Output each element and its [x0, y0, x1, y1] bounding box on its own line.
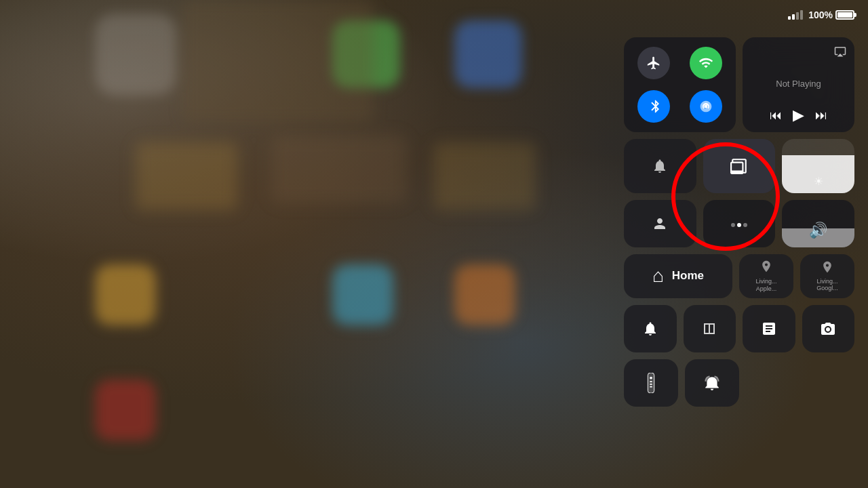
- svg-rect-4: [650, 381, 652, 382]
- airdrop-button[interactable]: [690, 90, 722, 123]
- media-panel: Not Playing ⏮ ▶ ⏭: [743, 37, 854, 132]
- signal-bar-1: [788, 16, 791, 20]
- wifi-button[interactable]: [690, 47, 722, 79]
- control-center: Not Playing ⏮ ▶ ⏭ ☀: [624, 37, 854, 413]
- living-google-label: Living...Googl...: [816, 278, 838, 293]
- svg-rect-6: [650, 386, 652, 387]
- dot-2: [737, 223, 741, 227]
- home-button[interactable]: ⌂ Home: [624, 254, 732, 298]
- dot-3: [743, 223, 747, 227]
- airplay-button[interactable]: [834, 45, 846, 60]
- dot-row: [731, 223, 747, 227]
- svg-rect-2: [648, 373, 654, 393]
- not-playing-label: Not Playing: [751, 79, 846, 89]
- splitview-button[interactable]: [684, 305, 736, 352]
- remote-button[interactable]: [624, 359, 678, 407]
- home-label: Home: [672, 269, 704, 283]
- brightness-icon: ☀: [814, 175, 823, 188]
- rewind-button[interactable]: ⏮: [770, 108, 782, 123]
- battery-fill: [837, 12, 852, 18]
- alarm-button[interactable]: [685, 359, 739, 407]
- camera-button[interactable]: [802, 305, 855, 352]
- airplane-mode-button[interactable]: [637, 47, 670, 79]
- living-apple-shortcut[interactable]: Living...Apple...: [739, 254, 793, 298]
- fast-forward-button[interactable]: ⏭: [815, 108, 827, 123]
- focus-button[interactable]: [624, 139, 696, 193]
- brightness-slider[interactable]: ☀: [782, 139, 854, 193]
- connectivity-panel: [624, 37, 736, 132]
- volume-slider[interactable]: 🔊: [782, 200, 854, 247]
- bell-button[interactable]: [624, 305, 677, 352]
- signal-bar-3: [796, 12, 799, 20]
- bluetooth-button[interactable]: [637, 90, 670, 123]
- living-apple-icon: [760, 260, 773, 275]
- play-button[interactable]: ▶: [793, 106, 804, 124]
- page-indicator: [703, 200, 776, 247]
- svg-point-3: [650, 376, 652, 379]
- living-apple-label: Living...Apple...: [755, 278, 776, 293]
- focus-person-button[interactable]: [624, 200, 696, 247]
- signal-bar-2: [792, 14, 795, 20]
- status-bar: 100%: [0, 0, 868, 30]
- bottom-row-2: [624, 359, 739, 407]
- battery-icon: [835, 10, 854, 20]
- living-google-icon: [821, 260, 834, 275]
- signal-bar-4: [800, 10, 803, 20]
- battery-percent: 100%: [808, 9, 833, 20]
- living-google-shortcut[interactable]: Living...Googl...: [800, 254, 854, 298]
- home-icon: ⌂: [652, 265, 664, 287]
- screen-mirror-button[interactable]: [703, 139, 776, 193]
- signal-bars: [788, 10, 803, 20]
- svg-rect-5: [650, 384, 652, 385]
- volume-icon: 🔊: [809, 222, 827, 239]
- bottom-row-1: [624, 305, 854, 352]
- dot-1: [731, 223, 735, 227]
- note-button[interactable]: [743, 305, 795, 352]
- svg-point-1: [826, 327, 830, 331]
